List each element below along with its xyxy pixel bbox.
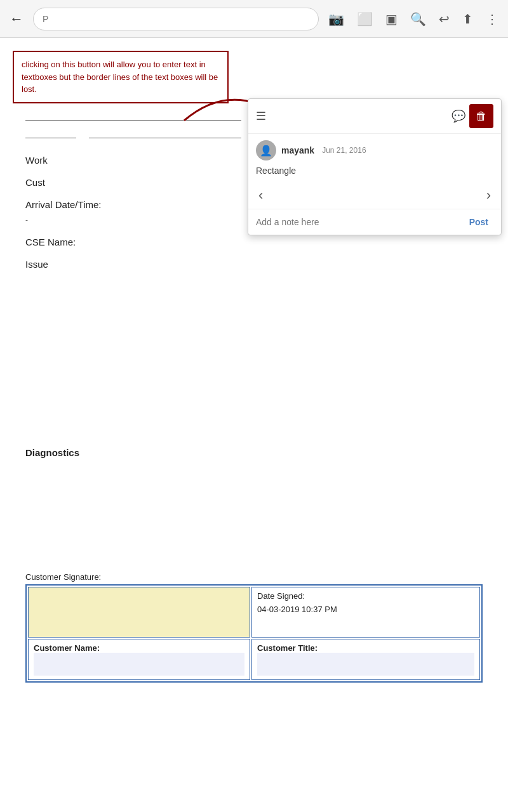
customer-title-header: Customer Title:	[251, 639, 480, 680]
next-annotation-button[interactable]: ›	[486, 187, 491, 204]
search-icon[interactable]: 🔍	[407, 8, 429, 30]
form-line-1	[25, 108, 241, 121]
arrival-dash: -	[25, 216, 28, 225]
avatar-icon: 👤	[260, 145, 272, 157]
delete-button[interactable]: 🗑	[469, 104, 493, 128]
cse-label: CSE Name:	[25, 237, 483, 247]
page-content: clicking on this button will allow you t…	[0, 38, 508, 812]
camera-icon[interactable]: 📷	[325, 8, 347, 30]
username: mayank	[281, 145, 314, 155]
date-signed-label: Date Signed:	[257, 591, 474, 601]
popup-user-row: 👤 mayank Jun 21, 2016	[248, 134, 501, 163]
popup-note-area: Post	[248, 209, 501, 235]
warning-box: clicking on this button will allow you t…	[13, 51, 229, 103]
form-row-cse: CSE Name:	[25, 237, 483, 247]
signature-drawing-area[interactable]	[28, 587, 250, 638]
prev-annotation-button[interactable]: ‹	[258, 187, 263, 204]
comment-icon[interactable]: 💬	[451, 109, 465, 123]
menu-icon[interactable]: ⋮	[483, 8, 502, 30]
diagnostics-label: Diagnostics	[25, 447, 483, 458]
issue-label: Issue	[25, 259, 483, 270]
popup-header-left: ☰	[256, 109, 266, 123]
undo-icon[interactable]: ↩	[436, 8, 453, 30]
annotation-popup: ☰ 💬 🗑 👤 mayank Jun 21, 2016 Rectangle ‹ …	[248, 98, 502, 235]
browser-bar: ← 📷 ⬜ ▣ 🔍 ↩ ⬆ ⋮	[0, 0, 508, 38]
date-signed-cell: Date Signed: 04-03-2019 10:37 PM	[251, 587, 480, 638]
back-button[interactable]: ←	[6, 8, 27, 30]
share-icon[interactable]: ⬆	[459, 8, 476, 30]
form-line-2	[25, 126, 76, 138]
customer-name-input[interactable]	[34, 653, 244, 676]
layout-icon[interactable]: ⬜	[354, 8, 376, 30]
annotation-type: Rectangle	[248, 163, 501, 182]
window-icon[interactable]: ▣	[382, 8, 401, 30]
date-signed-value: 04-03-2019 10:37 PM	[257, 605, 474, 614]
post-button[interactable]: Post	[464, 214, 493, 230]
note-input[interactable]	[256, 217, 459, 227]
form-line-3	[89, 126, 241, 138]
signature-table: Date Signed: 04-03-2019 10:37 PM Custome…	[25, 584, 483, 683]
user-avatar: 👤	[256, 140, 276, 160]
customer-name-header: Customer Name:	[28, 639, 250, 680]
popup-header-right: 💬 🗑	[451, 104, 493, 128]
signature-label: Customer Signature:	[25, 572, 483, 582]
signature-section: Customer Signature: Date Signed: 04-03-2…	[25, 572, 483, 683]
warning-text: clicking on this button will allow you t…	[22, 60, 218, 94]
url-input[interactable]	[33, 8, 319, 30]
list-icon[interactable]: ☰	[256, 109, 266, 123]
form-row-issue: Issue	[25, 259, 483, 270]
diagnostics-section: Diagnostics	[25, 447, 483, 458]
popup-navigation: ‹ ›	[248, 182, 501, 209]
popup-header: ☰ 💬 🗑	[248, 99, 501, 134]
trash-icon: 🗑	[476, 110, 487, 123]
customer-title-input[interactable]	[257, 653, 474, 676]
annotation-date: Jun 21, 2016	[322, 146, 366, 155]
